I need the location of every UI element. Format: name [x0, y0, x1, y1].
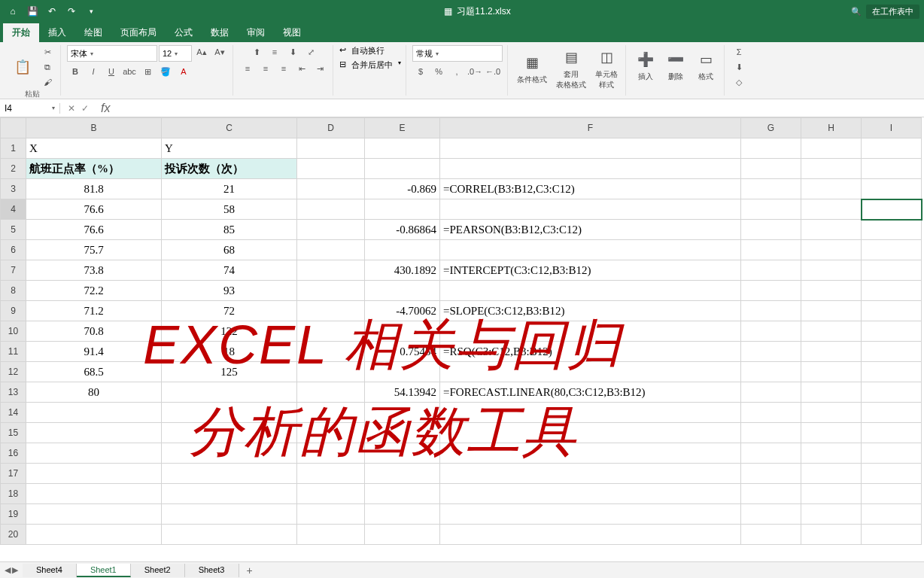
cell-H17[interactable] — [801, 464, 862, 484]
cell-H4[interactable] — [801, 199, 862, 220]
cell-D4[interactable] — [297, 199, 365, 220]
underline-button[interactable]: U — [103, 65, 120, 78]
format-cells-button[interactable]: ▭格式 — [692, 47, 719, 84]
currency-icon[interactable]: $ — [412, 65, 429, 78]
cell-I20[interactable] — [862, 525, 922, 545]
home-icon[interactable]: ⌂ — [5, 3, 21, 20]
strike-button[interactable]: abc — [121, 65, 138, 78]
cell-I6[interactable] — [862, 240, 922, 260]
cell-D17[interactable] — [297, 464, 365, 484]
cut-icon[interactable]: ✂ — [39, 45, 56, 59]
cell-B15[interactable] — [26, 423, 162, 443]
row-header-17[interactable]: 17 — [1, 464, 26, 484]
cell-G13[interactable] — [741, 382, 801, 403]
bold-button[interactable]: B — [67, 65, 84, 78]
cancel-formula-icon[interactable]: ✕ — [68, 103, 75, 114]
sheet-nav-first-icon[interactable]: ◀ — [5, 565, 11, 575]
col-header-D[interactable]: D — [297, 118, 365, 138]
cell-E17[interactable] — [365, 464, 440, 484]
cell-D5[interactable] — [297, 220, 365, 240]
cell-I13[interactable] — [862, 382, 922, 403]
cell-D20[interactable] — [297, 525, 365, 545]
cell-G4[interactable] — [741, 199, 801, 220]
cell-F16[interactable] — [440, 443, 741, 464]
cell-B8[interactable]: 72.2 — [26, 281, 162, 301]
cell-E8[interactable] — [365, 281, 440, 301]
cell-C4[interactable]: 58 — [162, 199, 297, 220]
cell-C2[interactable]: 投诉次数（次） — [162, 159, 297, 179]
cell-I1[interactable] — [862, 138, 922, 159]
cell-E11[interactable]: 0.75454 — [365, 342, 440, 362]
number-format-combo[interactable]: 常规▾ — [412, 45, 503, 62]
row-header-15[interactable]: 15 — [1, 423, 26, 443]
decrease-decimal-icon[interactable]: ←.0 — [485, 65, 501, 78]
cell-F8[interactable] — [440, 281, 741, 301]
cell-F7[interactable]: =INTERCEPT(C3:C12,B3:B12) — [440, 260, 741, 281]
cell-H18[interactable] — [801, 484, 862, 504]
row-header-20[interactable]: 20 — [1, 525, 26, 545]
cell-I4[interactable] — [862, 199, 922, 220]
row-header-8[interactable]: 8 — [1, 281, 26, 301]
cell-H11[interactable] — [801, 342, 862, 362]
row-header-14[interactable]: 14 — [1, 403, 26, 423]
cell-E14[interactable] — [365, 403, 440, 423]
cell-F4[interactable] — [440, 199, 741, 220]
cell-C13[interactable] — [162, 382, 297, 403]
cell-C14[interactable] — [162, 403, 297, 423]
cell-C5[interactable]: 85 — [162, 220, 297, 240]
cell-H12[interactable] — [801, 362, 862, 382]
cell-B17[interactable] — [26, 464, 162, 484]
cell-F14[interactable] — [440, 403, 741, 423]
select-all-corner[interactable] — [1, 118, 26, 138]
cell-B4[interactable]: 76.6 — [26, 199, 162, 220]
cell-E6[interactable] — [365, 240, 440, 260]
cell-I11[interactable] — [862, 342, 922, 362]
cell-H5[interactable] — [801, 220, 862, 240]
cell-F11[interactable]: =RSQ(C3:C12,B3:B12) — [440, 342, 741, 362]
cell-H3[interactable] — [801, 179, 862, 199]
row-header-18[interactable]: 18 — [1, 484, 26, 504]
cell-D1[interactable] — [297, 138, 365, 159]
cell-I14[interactable] — [862, 403, 922, 423]
cell-E5[interactable]: -0.86864 — [365, 220, 440, 240]
save-icon[interactable]: 💾 — [24, 3, 41, 20]
cell-B14[interactable] — [26, 403, 162, 423]
row-header-5[interactable]: 5 — [1, 220, 26, 240]
cell-C17[interactable] — [162, 464, 297, 484]
cell-H9[interactable] — [801, 301, 862, 321]
cell-D14[interactable] — [297, 403, 365, 423]
autosum-icon[interactable]: Σ — [731, 45, 747, 59]
align-middle-icon[interactable]: ≡ — [266, 45, 283, 59]
cell-B18[interactable] — [26, 484, 162, 504]
increase-decimal-icon[interactable]: .0→ — [467, 65, 483, 78]
cell-G19[interactable] — [741, 504, 801, 525]
row-header-12[interactable]: 12 — [1, 362, 26, 382]
font-size-combo[interactable]: 12▾ — [159, 45, 192, 62]
percent-icon[interactable]: % — [430, 65, 447, 78]
cell-G2[interactable] — [741, 159, 801, 179]
row-header-4[interactable]: 4 — [1, 199, 26, 220]
row-header-11[interactable]: 11 — [1, 342, 26, 362]
cell-F2[interactable] — [440, 159, 741, 179]
cell-D12[interactable] — [297, 362, 365, 382]
row-header-10[interactable]: 10 — [1, 321, 26, 342]
row-header-13[interactable]: 13 — [1, 382, 26, 403]
cell-F6[interactable] — [440, 240, 741, 260]
cell-H13[interactable] — [801, 382, 862, 403]
cell-C19[interactable] — [162, 504, 297, 525]
row-header-6[interactable]: 6 — [1, 240, 26, 260]
ribbon-tab-5[interactable]: 数据 — [202, 23, 238, 42]
cell-F17[interactable] — [440, 464, 741, 484]
cell-G15[interactable] — [741, 423, 801, 443]
cell-D11[interactable] — [297, 342, 365, 362]
row-header-9[interactable]: 9 — [1, 301, 26, 321]
align-right-icon[interactable]: ≡ — [275, 62, 292, 75]
cell-H1[interactable] — [801, 138, 862, 159]
cell-G9[interactable] — [741, 301, 801, 321]
cell-I16[interactable] — [862, 443, 922, 464]
ribbon-tab-0[interactable]: 开始 — [3, 23, 39, 42]
ribbon-tab-4[interactable]: 公式 — [166, 23, 202, 42]
cell-B2[interactable]: 航班正点率（%） — [26, 159, 162, 179]
insert-cells-button[interactable]: ➕插入 — [632, 47, 659, 84]
cell-B5[interactable]: 76.6 — [26, 220, 162, 240]
